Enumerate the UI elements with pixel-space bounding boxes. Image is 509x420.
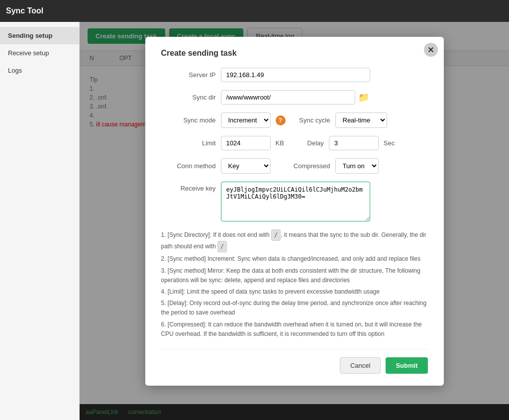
slash-badge-2: / <box>217 241 227 252</box>
receive-key-row: Receive key eyJBljogImpvc2UiLCAiQil6lCJu… <box>161 182 428 221</box>
compressed-label: Compressed <box>286 162 330 170</box>
modal-overlay: ✕ Create sending task Server IP Sync dir… <box>80 22 509 420</box>
conn-compressed-row: Conn method Key Password Compressed Turn… <box>161 158 428 174</box>
slash-badge-1: / <box>271 229 281 241</box>
server-ip-row: Server IP <box>161 68 428 82</box>
receive-key-label: Receive key <box>161 185 216 192</box>
sidebar-item-logs[interactable]: Logs <box>0 62 79 79</box>
main-layout: Sending setup Receive setup Logs Create … <box>0 22 509 420</box>
sync-mode-label: Sync mode <box>161 116 216 124</box>
compressed-select[interactable]: Turn on Turn off <box>335 158 379 174</box>
sidebar-item-sending-setup[interactable]: Sending setup <box>0 27 79 44</box>
server-ip-label: Server IP <box>161 71 216 79</box>
sync-dir-wrapper: 📁 <box>221 90 369 105</box>
receive-key-textarea[interactable]: eyJBljogImpvc2UiLCAiQil6lCJuMjhuM2o2bmJt… <box>221 182 370 221</box>
cancel-button[interactable]: Cancel <box>340 357 381 374</box>
limit-label: Limit <box>161 139 216 147</box>
app-header: Sync Tool <box>0 0 509 22</box>
modal-close-button[interactable]: ✕ <box>424 43 438 57</box>
sync-mode-help-icon[interactable]: ? <box>276 115 286 125</box>
limit-input[interactable] <box>221 136 271 150</box>
limit-delay-row: Limit KB Delay Sec <box>161 136 428 150</box>
submit-button[interactable]: Submit <box>386 357 427 374</box>
limit-unit: KB <box>276 139 284 147</box>
tips-section: 1. [Sync Directory]: If it does not end … <box>161 229 428 339</box>
sync-dir-row: Sync dir 📁 <box>161 90 428 105</box>
conn-method-label: Conn method <box>161 162 216 170</box>
sync-mode-select[interactable]: Increment Mirror <box>221 112 271 128</box>
server-ip-input[interactable] <box>221 68 370 82</box>
delay-label: Delay <box>299 139 324 147</box>
delay-unit: Sec <box>384 139 395 147</box>
sync-dir-label: Sync dir <box>161 94 216 101</box>
sync-cycle-label: Sync cycle <box>291 116 330 124</box>
sync-dir-input[interactable] <box>221 90 355 105</box>
conn-method-select[interactable]: Key Password <box>221 158 271 174</box>
folder-browse-icon[interactable]: 📁 <box>358 92 369 103</box>
sync-mode-row: Sync mode Increment Mirror ? Sync cycle … <box>161 112 428 128</box>
delay-input[interactable] <box>329 136 379 150</box>
sidebar: Sending setup Receive setup Logs <box>0 22 80 420</box>
app-title: Sync Tool <box>6 6 43 15</box>
sync-cycle-select[interactable]: Real-time Scheduled <box>335 112 387 128</box>
modal-footer: Cancel Submit <box>161 349 428 374</box>
main-content: Create sending task Create a local sync … <box>80 22 509 420</box>
modal-dialog: ✕ Create sending task Server IP Sync dir… <box>145 37 444 386</box>
modal-title: Create sending task <box>161 49 428 58</box>
sidebar-item-receive-setup[interactable]: Receive setup <box>0 44 79 62</box>
